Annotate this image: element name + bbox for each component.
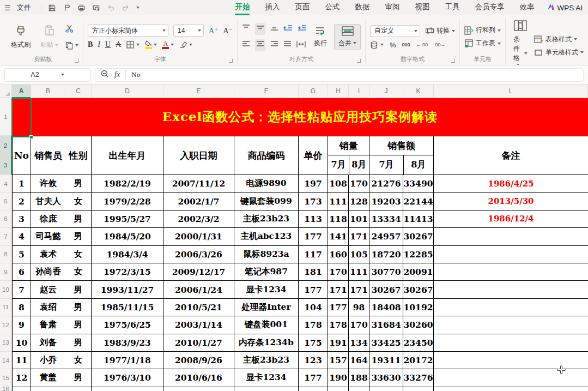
cell-remark[interactable] [434,281,588,298]
font-size-select[interactable]: 14 [173,25,204,37]
cell-no[interactable]: 9 [12,316,31,334]
conditional-format-button[interactable]: 条件格式 [510,19,531,65]
cell-no[interactable]: 7 [12,281,31,298]
row-header-13[interactable]: 13 [0,334,12,352]
clear-format-icon[interactable] [179,41,192,49]
cell-hire[interactable]: 2002/1/7 [163,193,234,210]
cell-name[interactable]: 刘备 [31,334,65,352]
cell-style-button[interactable]: 单元格样式 [534,48,584,57]
fx-icon[interactable]: fx [114,70,120,79]
cell-remark[interactable] [434,352,588,369]
italic-button[interactable]: I [98,40,100,49]
row-header-8[interactable]: 8 [0,246,12,263]
cell-hire[interactable]: 2010/1/27 [163,334,234,352]
cell-amt-jul[interactable]: 19203 [369,193,403,210]
cell-price[interactable]: 181 [299,263,328,281]
row-header-7[interactable]: 7 [0,228,12,245]
cell-qty-aug[interactable]: 171 [349,228,369,245]
cell-qty-jul[interactable]: 191 [328,334,349,352]
cell-name[interactable]: 袁绍 [31,299,65,316]
cell-amt-aug[interactable]: 33276 [403,369,434,387]
wps-ai-button[interactable]: WPS AI [547,3,583,12]
cell-qty-jul[interactable]: 190 [328,369,349,387]
cell-amt-jul[interactable]: 31684 [369,316,403,334]
cell-no[interactable]: 12 [12,369,31,387]
cell-code[interactable]: 主机abc123 [234,228,299,245]
decrease-indent-icon[interactable] [283,24,293,34]
cell-price[interactable]: 177 [299,228,328,245]
formula-input[interactable]: fx No [95,68,584,82]
increase-decimal-icon[interactable]: ←.00 [416,42,428,47]
align-top-icon[interactable] [242,24,250,34]
cell-amt-aug[interactable]: 30260 [403,316,434,334]
table-row[interactable]: 1 许攸 男 1982/2/19 2007/11/12 电源9890 197 1… [12,175,588,193]
print-icon[interactable] [77,4,86,12]
cell-name[interactable]: 袁术 [31,246,65,263]
header-cell-hire[interactable]: 入职日期 [163,136,234,175]
row-header-12[interactable]: 12 [0,316,12,334]
number-format-select[interactable]: 自定义 [370,25,420,37]
align-right-icon[interactable] [270,40,278,50]
cell-remark[interactable] [434,228,588,245]
cell-gender[interactable]: 男 [65,369,92,387]
cell-hire[interactable]: 2006/1/24 [163,281,234,298]
print-preview-icon[interactable] [92,4,100,12]
fill-color-button[interactable] [144,40,157,49]
cell-price[interactable]: 177 [299,281,328,298]
borders-button[interactable] [126,40,140,49]
column-header-C[interactable]: C [65,85,92,98]
percent-format-icon[interactable]: % [390,41,396,49]
align-middle-icon[interactable] [255,23,265,35]
cell-code[interactable]: 处理器Inter [234,299,299,316]
cell-qty-jul[interactable]: 118 [328,210,349,228]
cell-remark[interactable] [434,369,588,387]
cell-hire[interactable]: 2010/5/21 [163,299,234,316]
column-header-H[interactable]: H [328,85,349,98]
cell-gender[interactable]: 女 [65,193,92,210]
cell-code[interactable]: 键鼠套装099 [234,193,299,210]
row-header-11[interactable]: 11 [0,299,12,316]
table-row[interactable]: 6 孙尚香 女 1972/3/15 2009/12/17 笔记本987 181 … [12,263,588,281]
alignment-dialog-launcher-icon[interactable] [357,59,361,63]
cell-qty-aug[interactable]: 105 [349,246,369,263]
cell-no[interactable]: 8 [12,299,31,316]
cell-price[interactable]: 177 [299,369,328,387]
header-cell-birth[interactable]: 出生年月 [92,136,163,175]
zoom-out-icon[interactable] [101,70,109,80]
cell-amt-aug[interactable]: 30267 [403,228,434,245]
cell-remark[interactable] [434,263,588,281]
cell-code[interactable]: 显卡1234 [234,281,299,298]
cell-price[interactable]: 178 [299,316,328,334]
font-dialog-launcher-icon[interactable] [229,59,233,63]
tab-data[interactable]: 数据 [347,0,377,15]
row-header-2[interactable]: 2 [0,136,12,155]
chevron-down-icon[interactable] [136,7,140,9]
name-box[interactable]: A2 [4,68,90,82]
underline-button[interactable]: U [105,40,111,49]
cell-qty-aug[interactable]: 134 [349,334,369,352]
cell-qty-aug[interactable]: 188 [349,369,369,387]
row-header-3[interactable]: 3 [0,155,12,175]
table-row[interactable]: 4 司马懿 男 1984/5/20 2000/1/31 主机abc123 177… [12,228,588,245]
cell-code[interactable]: 键盘装001 [234,316,299,334]
header-cell-gender[interactable]: 性别 [65,136,92,175]
cut-icon[interactable] [65,24,78,35]
cell-qty-aug[interactable]: 98 [349,299,369,316]
column-header-B[interactable]: B [31,85,65,98]
strikethrough-button[interactable]: A [116,40,121,49]
rows-columns-button[interactable]: 行和列 [464,26,501,35]
header-cell-no[interactable]: No [12,136,31,175]
cell-amt-aug[interactable]: 10192 [403,299,434,316]
align-center-icon[interactable] [255,39,265,51]
cell-qty-jul[interactable]: 171 [328,281,349,298]
cell-qty-jul[interactable]: 160 [328,246,349,263]
cell-amt-jul[interactable]: 24957 [369,228,403,245]
cell-gender[interactable]: 男 [65,299,92,316]
cell-gender[interactable]: 女 [65,246,92,263]
cell-gender[interactable]: 女 [65,352,92,369]
table-row[interactable]: 8 袁绍 男 1985/11/15 2010/5/21 处理器Inter 104… [12,299,588,316]
cell-amt-aug[interactable]: 30267 [403,281,434,298]
cell-qty-aug[interactable]: 128 [349,193,369,210]
cell-code[interactable]: 电源9890 [234,175,299,193]
select-all-corner[interactable] [0,85,12,98]
